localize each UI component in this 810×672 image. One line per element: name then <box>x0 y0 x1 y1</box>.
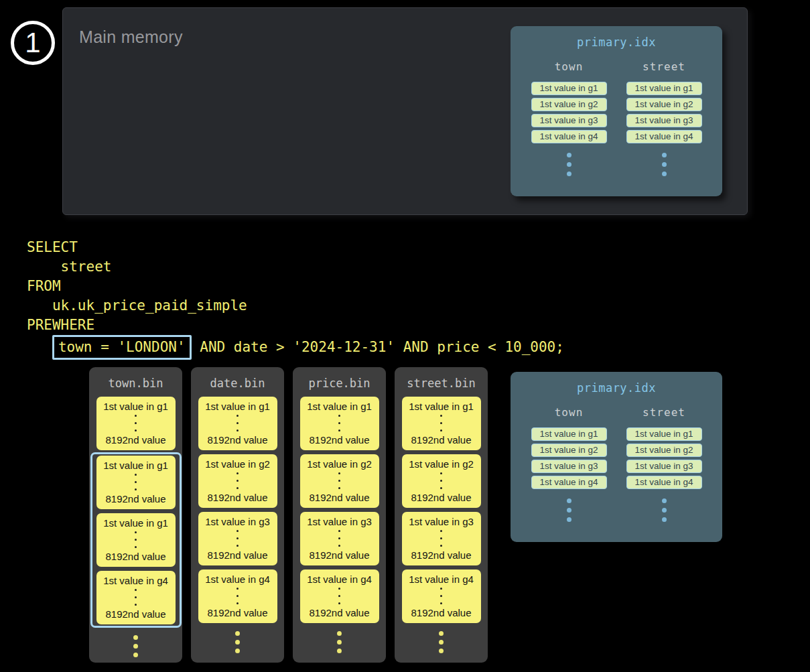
primary-idx-title: primary.idx <box>511 26 722 49</box>
granule-last-value: 8192nd value <box>309 492 369 503</box>
vertical-ellipsis-icon <box>237 472 239 489</box>
more-entries-ellipsis-icon <box>567 153 571 176</box>
more-entries-ellipsis-icon <box>567 498 571 522</box>
main-memory-title: Main memory <box>79 27 183 47</box>
granule-box: 1st value in g3 8192nd value <box>198 512 277 565</box>
bin-file-name: date.bin <box>191 367 284 397</box>
index-entry: 1st value in g1 <box>626 427 702 441</box>
vertical-ellipsis-icon <box>237 415 239 431</box>
vertical-ellipsis-icon <box>440 588 442 604</box>
granule-last-value: 8192nd value <box>411 434 471 446</box>
granule-last-value: 8192nd value <box>207 607 267 618</box>
bin-file-name: street.bin <box>395 367 488 397</box>
index-column-header: town <box>555 60 584 73</box>
granule-first-value: 1st value in g1 <box>307 401 372 412</box>
index-entry: 1st value in g1 <box>626 82 702 95</box>
granule-box: 1st value in g1 8192nd value <box>96 456 176 509</box>
granule-last-value: 8192nd value <box>105 551 165 562</box>
sql-line: street <box>27 257 564 277</box>
granule-first-value: 1st value in g3 <box>409 516 474 527</box>
primary-idx-columns: town 1st value in g1 1st value in g2 1st… <box>511 406 722 522</box>
vertical-ellipsis-icon <box>338 415 340 431</box>
granule-first-value: 1st value in g4 <box>307 574 372 585</box>
index-column-header: street <box>643 60 685 73</box>
sql-line: PREWHERE <box>27 316 564 335</box>
index-column-header: street <box>643 406 685 419</box>
granule-first-value: 1st value in g4 <box>205 574 270 585</box>
index-entry: 1st value in g4 <box>626 476 702 489</box>
more-entries-ellipsis-icon <box>662 153 667 176</box>
index-column-town: town 1st value in g1 1st value in g2 1st… <box>527 60 611 176</box>
granule-last-value: 8192nd value <box>309 434 369 446</box>
vertical-ellipsis-icon <box>338 588 340 604</box>
bin-file-name: price.bin <box>293 367 386 397</box>
granule-box: 1st value in g1 8192nd value <box>198 397 277 450</box>
sql-text <box>27 339 52 355</box>
bin-file-town: town.bin 1st value in g1 8192nd value 1s… <box>89 367 182 663</box>
index-column-street: street 1st value in g1 1st value in g2 1… <box>622 406 706 522</box>
vertical-ellipsis-icon <box>135 415 137 431</box>
granule-last-value: 8192nd value <box>207 492 267 503</box>
sql-text: AND date > '2024-12-31' AND price < 10_0… <box>192 339 564 355</box>
granule-box: 1st value in g2 8192nd value <box>300 454 379 508</box>
index-entry: 1st value in g1 <box>531 82 607 95</box>
granule-first-value: 1st value in g1 <box>103 460 168 471</box>
vertical-ellipsis-icon <box>135 474 137 490</box>
sql-line: SELECT <box>27 238 564 257</box>
index-entry: 1st value in g2 <box>626 98 702 111</box>
index-entry: 1st value in g3 <box>626 114 702 127</box>
granule-box: 1st value in g1 8192nd value <box>96 513 176 567</box>
granule-first-value: 1st value in g2 <box>409 458 474 470</box>
granule-last-value: 8192nd value <box>411 549 471 561</box>
bin-file-street: street.bin 1st value in g1 8192nd value … <box>395 367 488 663</box>
more-granules-ellipsis-icon <box>293 631 386 653</box>
diagram-canvas: 1 Main memory primary.idx town 1st value… <box>0 0 810 672</box>
more-entries-ellipsis-icon <box>662 498 667 522</box>
bin-file-date: date.bin 1st value in g1 8192nd value 1s… <box>191 367 284 663</box>
bin-file-price: price.bin 1st value in g1 8192nd value 1… <box>293 367 386 663</box>
vertical-ellipsis-icon <box>237 588 239 604</box>
index-column-street: street 1st value in g1 1st value in g2 1… <box>622 60 706 176</box>
granule-box: 1st value in g4 8192nd value <box>402 569 481 623</box>
primary-idx-columns: town 1st value in g1 1st value in g2 1st… <box>511 60 722 176</box>
granule-box: 1st value in g3 8192nd value <box>402 512 481 565</box>
primary-idx-title: primary.idx <box>511 372 722 395</box>
vertical-ellipsis-icon <box>237 530 239 547</box>
vertical-ellipsis-icon <box>338 472 340 489</box>
granule-box: 1st value in g1 8192nd value <box>96 397 176 450</box>
granule-last-value: 8192nd value <box>309 549 369 561</box>
granule-first-value: 1st value in g2 <box>307 458 372 470</box>
vertical-ellipsis-icon <box>135 589 137 606</box>
granule-last-value: 8192nd value <box>105 434 165 446</box>
index-entry: 1st value in g4 <box>531 476 607 489</box>
index-entry: 1st value in g2 <box>531 98 607 111</box>
granule-box: 1st value in g3 8192nd value <box>300 512 379 565</box>
more-granules-ellipsis-icon <box>89 635 182 657</box>
bin-file-name: town.bin <box>89 367 182 397</box>
more-granules-ellipsis-icon <box>395 631 488 653</box>
granule-box: 1st value in g4 8192nd value <box>198 569 277 623</box>
vertical-ellipsis-icon <box>440 530 442 547</box>
granule-box: 1st value in g1 8192nd value <box>300 397 379 450</box>
granule-last-value: 8192nd value <box>105 493 165 505</box>
granule-last-value: 8192nd value <box>207 549 267 561</box>
vertical-ellipsis-icon <box>135 531 137 548</box>
more-granules-ellipsis-icon <box>191 631 284 653</box>
index-column-header: town <box>555 406 584 419</box>
granule-last-value: 8192nd value <box>309 607 369 618</box>
granule-first-value: 1st value in g4 <box>409 574 474 585</box>
disk-bin-files-row: town.bin 1st value in g1 8192nd value 1s… <box>89 367 488 663</box>
granule-first-value: 1st value in g1 <box>205 401 270 412</box>
prewhere-town-predicate-highlight: town = 'LONDON' <box>52 335 192 360</box>
granule-first-value: 1st value in g1 <box>409 401 474 412</box>
granule-last-value: 8192nd value <box>411 607 471 618</box>
granule-last-value: 8192nd value <box>105 608 165 620</box>
selected-granules-highlight: 1st value in g1 8192nd value 1st value i… <box>90 452 182 628</box>
index-entry: 1st value in g4 <box>531 130 607 143</box>
granule-box: 1st value in g2 8192nd value <box>198 454 277 508</box>
sql-prewhere-line: town = 'LONDON' AND date > '2024-12-31' … <box>27 336 564 359</box>
index-entry: 1st value in g3 <box>531 460 607 473</box>
step-number-badge: 1 <box>11 21 55 65</box>
granule-box: 1st value in g2 8192nd value <box>402 454 481 508</box>
index-entry: 1st value in g2 <box>531 444 607 457</box>
